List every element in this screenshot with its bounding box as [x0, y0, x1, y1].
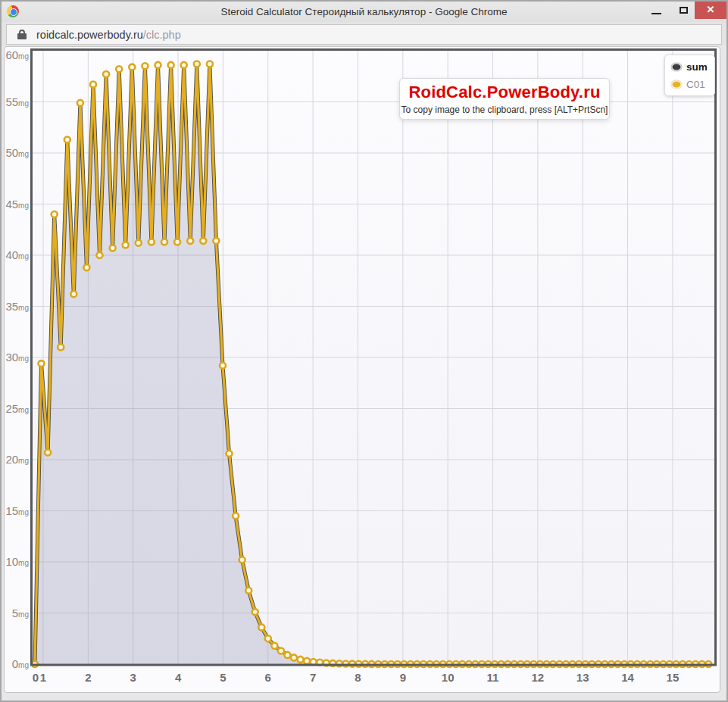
url-text[interactable]: roidcalc.powerbody.ru/clc.php: [36, 29, 181, 41]
data-point-marker: [103, 71, 109, 77]
legend-item-c01[interactable]: C01: [671, 79, 708, 90]
data-point-marker: [187, 238, 193, 244]
chart-legend: sum C01: [664, 55, 715, 96]
data-point-marker: [194, 61, 200, 67]
branding-title: RoidCalc.PowerBody.ru: [400, 83, 609, 102]
svg-text:25mg: 25mg: [5, 402, 29, 415]
svg-text:0mg: 0mg: [12, 657, 29, 670]
data-point-marker: [265, 635, 271, 641]
svg-text:15mg: 15mg: [5, 504, 29, 517]
address-bar[interactable]: roidcalc.powerbody.ru/clc.php: [6, 24, 722, 45]
branding-hint: To copy image to the clipboard, press [A…: [400, 105, 609, 115]
data-point-marker: [220, 363, 226, 369]
svg-text:4: 4: [175, 671, 182, 684]
branding-overlay: RoidCalc.PowerBody.ru To copy image to t…: [399, 78, 610, 120]
browser-window: Steroid Calculator Стероидный калькулято…: [0, 0, 728, 702]
data-point-marker: [70, 291, 77, 297]
svg-text:40mg: 40mg: [5, 248, 29, 261]
minimize-icon: [651, 13, 661, 14]
data-point-marker: [155, 62, 161, 68]
legend-label: sum: [686, 61, 708, 73]
svg-text:5mg: 5mg: [12, 607, 29, 619]
data-point-marker: [245, 588, 252, 594]
svg-text:12: 12: [532, 671, 545, 684]
data-point-marker: [110, 245, 116, 251]
close-icon: ✕: [707, 4, 715, 15]
svg-text:6: 6: [265, 671, 271, 684]
data-point-marker: [97, 252, 103, 258]
chart-widget[interactable]: 0mg5mg10mg15mg20mg25mg30mg35mg40mg45mg50…: [4, 46, 720, 693]
url-host: roidcalc.powerbody.ru: [36, 29, 143, 41]
data-point-marker: [227, 451, 233, 457]
data-point-marker: [291, 654, 297, 660]
data-point-marker: [90, 82, 96, 88]
data-point-marker: [52, 211, 58, 217]
svg-text:3: 3: [130, 671, 136, 684]
concentration-chart[interactable]: 0mg5mg10mg15mg20mg25mg30mg35mg40mg45mg50…: [5, 47, 720, 692]
svg-text:30mg: 30mg: [5, 351, 29, 363]
legend-item-sum[interactable]: sum: [671, 61, 708, 73]
sum-series-marker-icon: [671, 63, 682, 71]
svg-text:14: 14: [621, 671, 634, 684]
data-point-marker: [83, 264, 89, 270]
svg-text:1: 1: [40, 671, 46, 684]
data-point-marker: [258, 624, 264, 630]
data-point-marker: [58, 345, 64, 351]
data-point-marker: [116, 66, 122, 72]
data-point-marker: [181, 62, 187, 68]
data-point-marker: [136, 240, 142, 246]
x-axis-labels: 0123456789101112131415: [33, 671, 679, 684]
data-point-marker: [45, 450, 51, 456]
svg-text:0: 0: [33, 671, 39, 684]
data-point-marker: [39, 360, 45, 367]
svg-text:20mg: 20mg: [5, 453, 29, 466]
data-point-marker: [271, 643, 277, 649]
url-path: /clc.php: [143, 29, 181, 41]
svg-text:13: 13: [576, 671, 589, 684]
svg-text:60mg: 60mg: [5, 48, 29, 61]
data-point-marker: [161, 239, 167, 245]
data-point-marker: [304, 658, 310, 664]
svg-text:45mg: 45mg: [5, 198, 29, 211]
data-point-marker: [298, 657, 304, 663]
data-point-marker: [174, 239, 180, 245]
legend-label: C01: [686, 79, 705, 90]
data-point-marker: [207, 61, 213, 67]
svg-text:11: 11: [487, 671, 499, 684]
lock-icon[interactable]: [17, 30, 27, 39]
c01-series-marker-icon: [671, 80, 682, 89]
data-point-marker: [278, 648, 284, 654]
page-content: 0mg5mg10mg15mg20mg25mg30mg35mg40mg45mg50…: [2, 46, 726, 700]
data-point-marker: [213, 238, 219, 244]
svg-text:7: 7: [310, 671, 316, 684]
svg-text:2: 2: [85, 671, 91, 684]
maximize-icon: [680, 7, 688, 14]
svg-text:8: 8: [355, 671, 361, 684]
svg-text:50mg: 50mg: [5, 146, 29, 159]
minimize-button[interactable]: [640, 2, 672, 19]
data-point-marker: [129, 64, 135, 70]
data-point-marker: [285, 652, 291, 658]
data-point-marker: [239, 557, 245, 563]
data-point-marker: [233, 513, 239, 519]
svg-text:10: 10: [442, 671, 455, 684]
close-button[interactable]: ✕: [695, 2, 726, 19]
data-point-marker: [148, 239, 155, 245]
y-axis-labels: 0mg5mg10mg15mg20mg25mg30mg35mg40mg45mg50…: [5, 48, 29, 670]
svg-text:55mg: 55mg: [5, 95, 29, 108]
data-point-marker: [168, 62, 174, 68]
data-point-marker: [252, 609, 258, 615]
maximize-button[interactable]: [672, 2, 695, 19]
title-bar[interactable]: Steroid Calculator Стероидный калькулято…: [2, 2, 726, 22]
svg-text:5: 5: [220, 671, 226, 684]
window-title: Steroid Calculator Стероидный калькулято…: [2, 6, 726, 17]
data-point-marker: [123, 242, 129, 248]
svg-text:35mg: 35mg: [5, 300, 29, 313]
data-point-marker: [64, 137, 70, 143]
data-point-marker: [77, 100, 83, 106]
data-point-marker: [142, 63, 148, 69]
svg-text:9: 9: [400, 671, 406, 684]
svg-text:15: 15: [667, 671, 680, 684]
data-point-marker: [200, 238, 206, 244]
address-bar-row: roidcalc.powerbody.ru/clc.php: [2, 22, 726, 46]
